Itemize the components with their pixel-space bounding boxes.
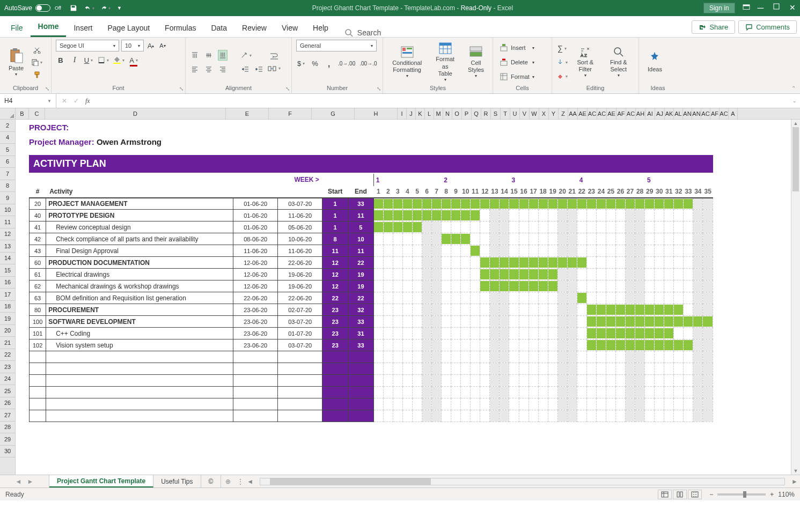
- bold-button[interactable]: B: [56, 55, 65, 65]
- share-button[interactable]: Share: [692, 20, 735, 34]
- align-top-icon[interactable]: [190, 50, 200, 61]
- col-header[interactable]: K: [416, 108, 425, 119]
- ideas-button[interactable]: Ideas: [643, 50, 666, 74]
- horizontal-scrollbar[interactable]: ⋮◄ ►: [235, 475, 800, 487]
- sign-in-button[interactable]: Sign in: [703, 3, 735, 13]
- col-header[interactable]: AC: [597, 108, 607, 119]
- italic-button[interactable]: I: [70, 55, 79, 65]
- alignment-launcher-icon[interactable]: ⤡: [285, 86, 290, 92]
- col-header[interactable]: P: [462, 108, 472, 119]
- enter-formula-icon[interactable]: ✓: [74, 97, 79, 105]
- gantt-row-empty[interactable]: [30, 398, 713, 410]
- col-header[interactable]: M: [434, 108, 443, 119]
- col-header[interactable]: AE: [607, 108, 616, 119]
- align-bottom-icon[interactable]: [218, 50, 227, 61]
- find-select-button[interactable]: Find & Select▾: [603, 45, 634, 79]
- row-header[interactable]: 13: [0, 240, 15, 253]
- col-header[interactable]: AI: [645, 108, 655, 119]
- gantt-row[interactable]: 102Vision system setup23-06-2003-07-2023…: [30, 339, 713, 351]
- gantt-row-empty[interactable]: [30, 410, 713, 422]
- insert-function-icon[interactable]: fx: [85, 97, 90, 105]
- col-header[interactable]: E: [226, 108, 269, 119]
- new-sheet-button[interactable]: ⊕: [221, 475, 235, 487]
- tell-me-search[interactable]: Search: [336, 28, 390, 37]
- row-header[interactable]: 16: [0, 277, 15, 289]
- clipboard-launcher-icon[interactable]: ⤡: [45, 86, 49, 92]
- border-button[interactable]: [98, 55, 109, 65]
- merge-center-icon[interactable]: [267, 63, 281, 74]
- paste-button[interactable]: Paste▾: [4, 47, 28, 78]
- cell-grid[interactable]: PROJECT: Project Manager: Owen Armstrong…: [16, 120, 800, 475]
- increase-font-icon[interactable]: A▴: [146, 40, 156, 51]
- increase-decimal-icon[interactable]: .0→.00: [338, 58, 355, 69]
- col-header[interactable]: O: [452, 108, 462, 119]
- collapse-ribbon-icon[interactable]: ⌃: [791, 85, 796, 91]
- increase-indent-icon[interactable]: [254, 64, 264, 75]
- close-icon[interactable]: ✕: [789, 3, 796, 13]
- row-header[interactable]: 2: [0, 120, 15, 132]
- sheet-nav-buttons[interactable]: ◄►: [0, 475, 49, 487]
- col-header[interactable]: AN: [692, 108, 701, 119]
- underline-button[interactable]: U: [84, 55, 93, 65]
- gantt-row[interactable]: 42Check compliance of all parts and thei…: [30, 233, 713, 245]
- col-header[interactable]: AC: [588, 108, 597, 119]
- page-break-view-icon[interactable]: [688, 490, 702, 499]
- row-header[interactable]: 5: [0, 144, 15, 156]
- gantt-row[interactable]: 41Review conceptual design01-06-2005-06-…: [30, 221, 713, 233]
- tab-formulas[interactable]: Formulas: [157, 19, 203, 37]
- qat-dropdown-icon[interactable]: ▼: [117, 5, 122, 11]
- autosum-icon[interactable]: ∑: [556, 43, 568, 54]
- fill-color-button[interactable]: [113, 55, 124, 65]
- normal-view-icon[interactable]: [658, 490, 672, 499]
- zoom-level[interactable]: 110%: [778, 491, 795, 498]
- gantt-row-empty[interactable]: [30, 387, 713, 398]
- col-header[interactable]: V: [520, 108, 530, 119]
- col-header[interactable]: AN: [683, 108, 692, 119]
- vertical-scrollbar[interactable]: ▲▼: [791, 120, 800, 475]
- col-header[interactable]: S: [491, 108, 501, 119]
- col-header[interactable]: C: [29, 108, 45, 119]
- font-size-dropdown[interactable]: 10▾: [121, 40, 144, 51]
- gantt-row-empty[interactable]: [30, 363, 713, 375]
- gantt-row[interactable]: 101C++ Coding23-06-2001-07-202331: [30, 328, 713, 339]
- col-header[interactable]: L: [425, 108, 434, 119]
- tab-data[interactable]: Data: [203, 19, 234, 37]
- redo-icon[interactable]: [101, 3, 111, 13]
- column-headers[interactable]: BCDEFGHIJKLMNOPQRSTUVWXYZAAAEACACAEAFACA…: [0, 108, 800, 120]
- row-header[interactable]: 15: [0, 264, 15, 277]
- gantt-row[interactable]: 100SOFTWARE DEVELOPMENT23-06-2003-07-202…: [30, 316, 713, 328]
- row-header[interactable]: 4: [0, 132, 15, 144]
- gantt-row[interactable]: 63BOM definition and Requisition list ge…: [30, 292, 713, 304]
- wrap-text-icon[interactable]: [267, 51, 281, 62]
- cell-styles-button[interactable]: Cell Styles▾: [464, 45, 488, 80]
- cancel-formula-icon[interactable]: ✕: [62, 97, 67, 105]
- tab-home[interactable]: Home: [31, 17, 67, 37]
- minimize-icon[interactable]: ─: [758, 3, 764, 13]
- row-header[interactable]: 27: [0, 409, 15, 422]
- number-launcher-icon[interactable]: ⤡: [377, 86, 381, 92]
- tab-help[interactable]: Help: [305, 19, 336, 37]
- col-header[interactable]: AC: [701, 108, 710, 119]
- row-header[interactable]: 11: [0, 216, 15, 228]
- font-launcher-icon[interactable]: ⤡: [179, 86, 184, 92]
- row-header[interactable]: 25: [0, 385, 15, 397]
- col-header[interactable]: F: [269, 108, 312, 119]
- tab-view[interactable]: View: [274, 19, 305, 37]
- row-header[interactable]: 7: [0, 168, 15, 180]
- fill-icon[interactable]: [556, 57, 568, 68]
- zoom-in-icon[interactable]: +: [770, 491, 774, 498]
- zoom-slider[interactable]: [717, 493, 766, 496]
- col-header[interactable]: AC: [720, 108, 729, 119]
- gantt-row[interactable]: 40PROTOTYPE DESIGN01-06-2011-06-20111: [30, 210, 713, 221]
- accounting-format-icon[interactable]: $: [296, 58, 306, 69]
- row-header[interactable]: 19: [0, 313, 15, 325]
- toggle-icon[interactable]: [35, 4, 50, 12]
- decrease-indent-icon[interactable]: [240, 64, 250, 75]
- ribbon-display-icon[interactable]: [743, 4, 750, 12]
- tab-insert[interactable]: Insert: [66, 19, 100, 37]
- align-right-icon[interactable]: [218, 64, 227, 75]
- row-header[interactable]: 9: [0, 192, 15, 204]
- row-header[interactable]: 21: [0, 337, 15, 349]
- col-header[interactable]: AK: [665, 108, 674, 119]
- format-as-table-button[interactable]: Format as Table▾: [430, 41, 460, 83]
